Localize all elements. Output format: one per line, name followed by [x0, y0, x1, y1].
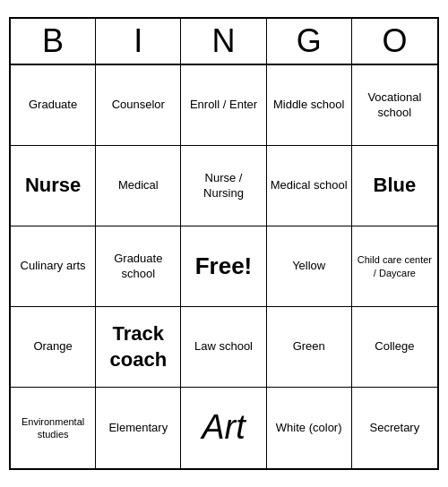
- bingo-cell: Track coach: [96, 307, 181, 388]
- bingo-cell: Child care center / Daycare: [352, 226, 437, 307]
- bingo-cell: Graduate: [11, 65, 96, 146]
- header-letter: O: [352, 19, 437, 64]
- bingo-cell: Green: [267, 307, 352, 388]
- bingo-cell: Graduate school: [96, 226, 181, 307]
- bingo-cell: Medical school: [267, 146, 352, 226]
- bingo-cell: Law school: [181, 307, 266, 388]
- bingo-grid: GraduateCounselorEnroll / EnterMiddle sc…: [11, 65, 437, 468]
- bingo-cell: Secretary: [352, 388, 437, 468]
- bingo-cell: Free!: [181, 226, 266, 307]
- bingo-cell: Environmental studies: [11, 388, 96, 468]
- bingo-cell: Nurse / Nursing: [181, 146, 266, 226]
- bingo-cell: White (color): [267, 388, 352, 468]
- bingo-cell: Art: [181, 388, 266, 468]
- header-letter: G: [267, 19, 352, 64]
- header-letter: I: [96, 19, 181, 64]
- bingo-cell: Nurse: [11, 146, 96, 226]
- bingo-header: BINGO: [11, 19, 437, 65]
- header-letter: N: [181, 19, 266, 64]
- bingo-cell: Medical: [96, 146, 181, 226]
- header-letter: B: [11, 19, 96, 64]
- bingo-card: BINGO GraduateCounselorEnroll / EnterMid…: [9, 17, 439, 470]
- bingo-cell: Orange: [11, 307, 96, 388]
- bingo-cell: Yellow: [267, 226, 352, 307]
- bingo-cell: Counselor: [96, 65, 181, 146]
- bingo-cell: Culinary arts: [11, 226, 96, 307]
- bingo-cell: Enroll / Enter: [181, 65, 266, 146]
- bingo-cell: Middle school: [267, 65, 352, 146]
- bingo-cell: Blue: [352, 146, 437, 226]
- bingo-cell: Vocational school: [352, 65, 437, 146]
- bingo-cell: Elementary: [96, 388, 181, 468]
- bingo-cell: College: [352, 307, 437, 388]
